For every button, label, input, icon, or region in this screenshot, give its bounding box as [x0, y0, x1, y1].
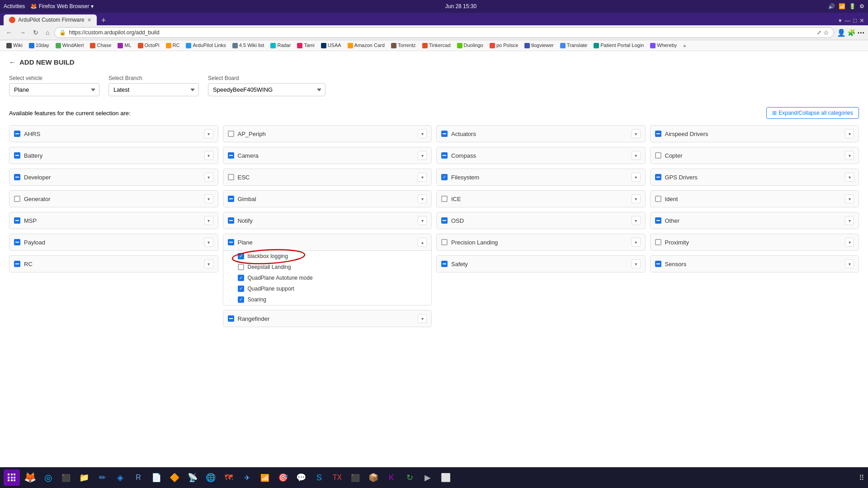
checkbox-gimbal[interactable] — [228, 196, 234, 202]
collapse-ident[interactable]: ▾ — [845, 194, 854, 203]
taskbar-virtualbox[interactable]: 📦 — [365, 469, 382, 483]
feature-header-osd[interactable]: OSD ▾ — [437, 212, 645, 229]
taskbar-firefox[interactable]: 🦊 — [22, 469, 38, 483]
translate-icon[interactable]: ⤢ — [817, 29, 821, 36]
tab-list-button[interactable]: ▾ — [839, 17, 842, 24]
taskbar-app-menu[interactable] — [4, 469, 20, 483]
collapse-camera[interactable]: ▾ — [418, 151, 427, 160]
profile-icon[interactable]: 👤 — [837, 28, 846, 37]
subitem-blackbox[interactable]: blackbox logging — [223, 251, 432, 262]
bookmark-chase[interactable]: Chase — [87, 42, 114, 49]
extensions-icon[interactable]: 🧩 — [848, 29, 855, 36]
checkbox-apperiph[interactable] — [228, 131, 234, 137]
taskbar-opentx[interactable]: TX — [329, 469, 345, 483]
checkbox-esc[interactable] — [228, 174, 234, 180]
feature-header-developer[interactable]: Developer ▾ — [9, 169, 218, 185]
taskbar-opentx2[interactable]: ⬛ — [347, 469, 363, 483]
taskbar-maps[interactable]: 🗺 — [221, 469, 237, 483]
collapse-copter[interactable]: ▾ — [845, 151, 854, 160]
collapse-msp[interactable]: ▾ — [204, 216, 213, 225]
feature-header-compass[interactable]: Compass ▾ — [437, 147, 645, 164]
checkbox-deepstall[interactable] — [238, 264, 244, 270]
checkbox-battery[interactable] — [14, 152, 20, 159]
branch-select[interactable]: Latest — [108, 83, 199, 96]
back-button[interactable]: ← — [4, 28, 14, 38]
feature-header-copter[interactable]: Copter ▾ — [651, 147, 859, 164]
bookmark-usaa[interactable]: USAA — [318, 42, 344, 49]
checkbox-copter[interactable] — [655, 152, 661, 159]
checkbox-actuators[interactable] — [441, 131, 448, 137]
feature-header-proximity[interactable]: Proximity ▾ — [651, 234, 859, 250]
taskbar-discord[interactable]: 💬 — [293, 469, 309, 483]
taskbar-network[interactable]: 🌐 — [203, 469, 219, 483]
collapse-precision-landing[interactable]: ▾ — [632, 238, 641, 247]
collapse-notify[interactable]: ▾ — [418, 216, 427, 225]
collapse-safety[interactable]: ▾ — [632, 259, 641, 268]
collapse-gps[interactable]: ▾ — [845, 173, 854, 182]
collapse-airspeed[interactable]: ▾ — [845, 129, 854, 138]
vehicle-select[interactable]: Plane — [9, 83, 99, 96]
collapse-plane[interactable]: ▴ — [418, 238, 427, 247]
checkbox-precision-landing[interactable] — [441, 239, 448, 245]
board-select[interactable]: SpeedyBeeF405WING — [208, 83, 326, 96]
feature-header-msp[interactable]: MSP ▾ — [9, 212, 218, 229]
feature-header-payload[interactable]: Payload ▾ — [9, 234, 218, 250]
checkbox-quadplane-autotune[interactable] — [238, 275, 244, 281]
new-tab-button[interactable]: + — [98, 16, 110, 25]
collapse-proximity[interactable]: ▾ — [845, 238, 854, 247]
bookmark-wiki-list[interactable]: 4.5 Wiki list — [230, 42, 267, 49]
bookmark-wiki[interactable]: Wiki — [4, 42, 25, 49]
bookmark-duolingo[interactable]: Duolingo — [454, 42, 486, 49]
bookmark-translate[interactable]: Translate — [557, 42, 590, 49]
refresh-button[interactable]: ↻ — [31, 28, 41, 38]
checkbox-camera[interactable] — [228, 152, 234, 159]
taskbar-filezilla[interactable]: 📡 — [184, 469, 201, 483]
collapse-apperiph[interactable]: ▾ — [418, 129, 427, 138]
subitem-soaring[interactable]: Soaring — [223, 294, 432, 305]
activities-label[interactable]: Activities — [4, 3, 25, 9]
taskbar-terminal[interactable]: ⬛ — [58, 469, 74, 483]
bookmark-patient-portal[interactable]: Patient Portal Login — [591, 42, 646, 49]
bookmark-windalert[interactable]: WindAlert — [53, 42, 87, 49]
feature-header-gimbal[interactable]: Gimbal ▾ — [223, 191, 432, 207]
subitem-deepstall[interactable]: Deepstall Landing — [223, 262, 432, 272]
checkbox-notify[interactable] — [228, 217, 234, 224]
feature-header-apperiph[interactable]: AP_Periph ▾ — [223, 126, 432, 142]
taskbar-libreoffice[interactable]: 📄 — [148, 469, 165, 483]
more-tools-button[interactable]: ⋯ — [857, 28, 864, 37]
forward-button[interactable]: → — [17, 28, 28, 38]
collapse-esc[interactable]: ▾ — [418, 173, 427, 182]
url-bar[interactable]: 🔒 https://custom.ardupilot.org/add_build… — [54, 27, 834, 38]
bookmark-10day[interactable]: 10day — [26, 42, 52, 49]
collapse-developer[interactable]: ▾ — [204, 173, 213, 182]
home-button[interactable]: ⌂ — [43, 28, 52, 38]
bookmark-tinkercad[interactable]: Tinkercad — [420, 42, 453, 49]
taskbar-unknown[interactable]: ⬜ — [438, 469, 454, 483]
feature-header-actuators[interactable]: Actuators ▾ — [437, 126, 645, 142]
feature-header-battery[interactable]: Battery ▾ — [9, 147, 218, 164]
taskbar-grid-right[interactable]: ⠿ — [859, 474, 864, 482]
collapse-osd[interactable]: ▾ — [632, 216, 641, 225]
taskbar-rstudio[interactable]: R — [130, 469, 146, 483]
collapse-ahrs[interactable]: ▾ — [204, 129, 213, 138]
checkbox-generator[interactable] — [14, 196, 20, 202]
bookmark-torrentz[interactable]: Torrentz — [388, 42, 419, 49]
taskbar-kicad[interactable]: K — [383, 469, 400, 483]
bookmark-rc[interactable]: RC — [163, 42, 183, 49]
taskbar-files[interactable]: 📁 — [76, 469, 92, 483]
checkbox-gps[interactable] — [655, 174, 661, 180]
checkbox-sensors[interactable] — [655, 261, 661, 267]
taskbar-vlc[interactable]: 🔶 — [166, 469, 183, 483]
bookmark-star-icon[interactable]: ☆ — [823, 29, 829, 36]
collapse-compass[interactable]: ▾ — [632, 151, 641, 160]
feature-header-ident[interactable]: Ident ▾ — [651, 191, 859, 207]
close-button[interactable]: ✕ — [859, 17, 864, 24]
bookmark-more[interactable]: » — [680, 42, 689, 49]
feature-header-airspeed[interactable]: Airspeed Drivers ▾ — [651, 126, 859, 142]
feature-header-ahrs[interactable]: AHRS ▾ — [9, 126, 218, 142]
taskbar-mission-planner[interactable]: ✈ — [239, 469, 255, 483]
bookmark-whereby[interactable]: Whereby — [647, 42, 679, 49]
taskbar-updater[interactable]: ↻ — [401, 469, 418, 483]
bookmark-ml[interactable]: ML — [115, 42, 134, 49]
checkbox-soaring[interactable] — [238, 296, 244, 303]
